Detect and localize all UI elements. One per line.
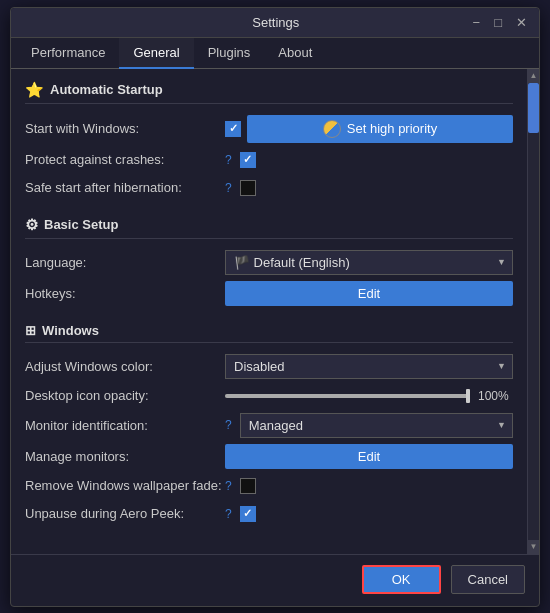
close-button[interactable]: ✕ — [514, 16, 529, 29]
scrollbar[interactable]: ▲ ▼ — [527, 69, 539, 554]
label-protect-crashes: Protect against crashes: — [25, 152, 225, 167]
windows-color-select[interactable]: Disabled — [225, 354, 513, 379]
ok-button[interactable]: OK — [362, 565, 441, 594]
label-wallpaper-fade: Remove Windows wallpaper fade: — [25, 478, 225, 493]
scroll-thumb-area — [528, 83, 539, 540]
checkbox-start-with-windows[interactable] — [225, 121, 241, 137]
main-content: ⭐ Automatic Startup Start with Windows: … — [11, 69, 527, 554]
window-title: Settings — [81, 15, 471, 30]
label-icon-opacity: Desktop icon opacity: — [25, 388, 225, 403]
section-title-basic-setup: Basic Setup — [44, 217, 118, 232]
help-icon-monitor-id[interactable]: ? — [225, 418, 232, 432]
label-start-with-windows: Start with Windows: — [25, 121, 225, 136]
windows-color-select-wrapper: Disabled — [225, 354, 513, 379]
control-hotkeys: Edit — [225, 281, 513, 306]
scroll-down-button[interactable]: ▼ — [528, 540, 539, 554]
label-safe-start: Safe start after hibernation: — [25, 180, 225, 195]
windows-icon: ⊞ — [25, 323, 36, 338]
set-high-priority-button[interactable]: Set high priority — [247, 115, 513, 143]
help-icon-safe-start[interactable]: ? — [225, 181, 232, 195]
row-aero-peek: Unpause during Aero Peek: ? — [25, 500, 513, 528]
checkbox-protect-crashes[interactable] — [240, 152, 256, 168]
label-language: Language: — [25, 255, 225, 270]
row-protect-crashes: Protect against crashes: ? — [25, 146, 513, 174]
row-icon-opacity: Desktop icon opacity: 100% — [25, 382, 513, 410]
control-language: 🏴 Default (English) — [225, 250, 513, 275]
tab-about[interactable]: About — [264, 38, 326, 69]
cancel-button[interactable]: Cancel — [451, 565, 525, 594]
label-manage-monitors: Manage monitors: — [25, 449, 225, 464]
scroll-up-button[interactable]: ▲ — [528, 69, 539, 83]
help-icon-wallpaper-fade[interactable]: ? — [225, 479, 232, 493]
control-aero-peek: ? — [225, 506, 513, 522]
star-icon: ⭐ — [25, 81, 44, 99]
control-safe-start: ? — [225, 180, 513, 196]
priority-icon — [323, 120, 341, 138]
row-manage-monitors: Manage monitors: Edit — [25, 441, 513, 472]
control-start-with-windows: Set high priority — [225, 115, 513, 143]
icon-opacity-slider-track — [225, 394, 470, 398]
section-title-windows: Windows — [42, 323, 99, 338]
icon-opacity-slider-wrapper: 100% — [225, 389, 513, 403]
label-monitor-id: Monitor identification: — [25, 418, 225, 433]
tab-plugins[interactable]: Plugins — [194, 38, 265, 69]
row-wallpaper-fade: Remove Windows wallpaper fade: ? — [25, 472, 513, 500]
monitor-id-select[interactable]: Managed — [240, 413, 513, 438]
language-select-wrapper: 🏴 Default (English) — [225, 250, 513, 275]
section-title-automatic-startup: Automatic Startup — [50, 82, 163, 97]
label-aero-peek: Unpause during Aero Peek: — [25, 506, 225, 521]
tab-bar: Performance General Plugins About — [11, 38, 539, 69]
set-high-priority-label: Set high priority — [347, 121, 437, 136]
icon-opacity-slider-fill — [225, 394, 470, 398]
checkbox-safe-start[interactable] — [240, 180, 256, 196]
checkbox-wallpaper-fade[interactable] — [240, 478, 256, 494]
title-bar: Settings − □ ✕ — [11, 8, 539, 38]
section-basic-setup: ⚙ Basic Setup Language: 🏴 Default (Engli… — [25, 216, 513, 309]
monitor-id-select-wrapper: Managed — [240, 413, 513, 438]
window-controls: − □ ✕ — [471, 16, 529, 29]
icon-opacity-value: 100% — [478, 389, 513, 403]
settings-window: Settings − □ ✕ Performance General Plugi… — [10, 7, 540, 607]
section-header-automatic-startup: ⭐ Automatic Startup — [25, 81, 513, 104]
hotkeys-edit-button[interactable]: Edit — [225, 281, 513, 306]
section-automatic-startup: ⭐ Automatic Startup Start with Windows: … — [25, 81, 513, 202]
footer: OK Cancel — [11, 554, 539, 606]
label-hotkeys: Hotkeys: — [25, 286, 225, 301]
icon-opacity-slider-thumb[interactable] — [466, 389, 470, 403]
scroll-thumb[interactable] — [528, 83, 539, 133]
checkbox-aero-peek[interactable] — [240, 506, 256, 522]
control-protect-crashes: ? — [225, 152, 513, 168]
control-windows-color: Disabled — [225, 354, 513, 379]
row-hotkeys: Hotkeys: Edit — [25, 278, 513, 309]
label-windows-color: Adjust Windows color: — [25, 359, 225, 374]
row-start-with-windows: Start with Windows: Set high priority — [25, 112, 513, 146]
section-header-windows: ⊞ Windows — [25, 323, 513, 343]
gear-icon: ⚙ — [25, 216, 38, 234]
manage-monitors-edit-button[interactable]: Edit — [225, 444, 513, 469]
tab-general[interactable]: General — [119, 38, 193, 69]
row-language: Language: 🏴 Default (English) — [25, 247, 513, 278]
row-windows-color: Adjust Windows color: Disabled — [25, 351, 513, 382]
control-wallpaper-fade: ? — [225, 478, 513, 494]
row-monitor-id: Monitor identification: ? Managed — [25, 410, 513, 441]
section-header-basic-setup: ⚙ Basic Setup — [25, 216, 513, 239]
control-icon-opacity: 100% — [225, 389, 513, 403]
control-manage-monitors: Edit — [225, 444, 513, 469]
control-monitor-id: ? Managed — [225, 413, 513, 438]
help-icon-aero-peek[interactable]: ? — [225, 507, 232, 521]
minimize-button[interactable]: − — [471, 16, 483, 29]
row-safe-start: Safe start after hibernation: ? — [25, 174, 513, 202]
tab-performance[interactable]: Performance — [17, 38, 119, 69]
help-icon-protect-crashes[interactable]: ? — [225, 153, 232, 167]
language-select[interactable]: 🏴 Default (English) — [225, 250, 513, 275]
maximize-button[interactable]: □ — [492, 16, 504, 29]
section-windows: ⊞ Windows Adjust Windows color: Disabled — [25, 323, 513, 528]
